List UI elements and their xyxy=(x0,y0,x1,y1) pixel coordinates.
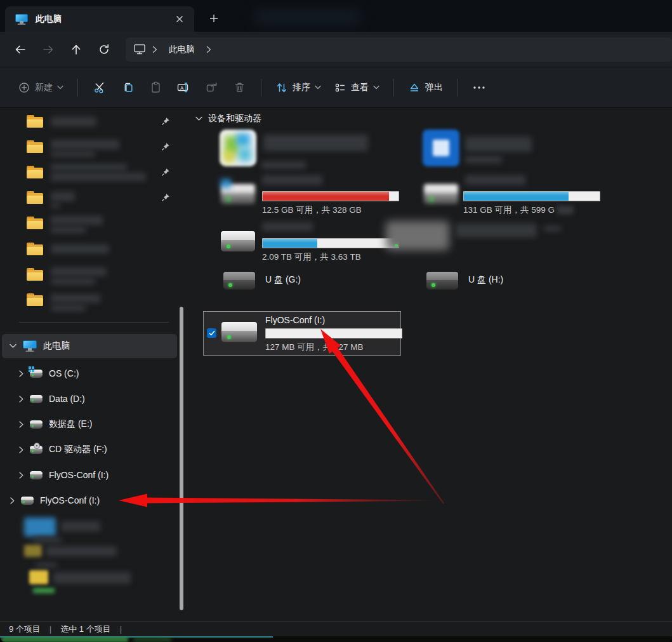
folder-item[interactable] xyxy=(0,211,179,236)
sidebar-item-os-c[interactable]: OS (C:) xyxy=(0,361,179,386)
blurred-drive-name xyxy=(543,226,561,231)
blurred-folder-name xyxy=(51,305,86,311)
sidebar-scrollbar-thumb[interactable] xyxy=(180,307,183,610)
pinned-folder-item[interactable] xyxy=(0,109,179,135)
chevron-down-icon xyxy=(10,344,16,349)
address-bar[interactable]: 此电脑 xyxy=(126,37,672,62)
drive-capacity-caption: 12.5 GB 可用，共 328 GB xyxy=(262,204,362,216)
delete-button[interactable] xyxy=(225,75,253,100)
folder-icon xyxy=(27,268,43,281)
drive-capacity-caption: 2.09 TB 可用，共 3.63 TB xyxy=(262,251,361,263)
hard-drive-icon xyxy=(30,471,43,479)
folder-item[interactable] xyxy=(0,237,179,262)
cut-button[interactable] xyxy=(86,75,114,100)
status-bar: 9 个项目 | 选中 1 个项目 | xyxy=(0,621,672,636)
arrow-left-icon xyxy=(14,43,27,56)
item-count: 9 个项目 xyxy=(9,624,41,635)
blurred-folder-icon xyxy=(24,545,42,557)
sidebar-item-this-pc[interactable]: 此电脑 xyxy=(2,334,177,358)
chevron-right-icon xyxy=(19,370,23,377)
folder-item[interactable] xyxy=(0,262,179,288)
drive-item-flyos-selected[interactable]: FlyOS-Conf (I:) 127 MB 可用，共 127 MB xyxy=(203,311,401,356)
pinned-folder-item[interactable] xyxy=(0,135,179,160)
paste-button[interactable] xyxy=(142,75,169,100)
share-icon xyxy=(205,81,218,94)
blurred-folder-icon xyxy=(29,570,48,584)
chevron-right-icon xyxy=(19,421,23,428)
blurred-drive-name xyxy=(262,175,322,185)
more-button[interactable] xyxy=(465,75,493,100)
sidebar-item-cd-f[interactable]: CD 驱动器 (F:) xyxy=(0,437,179,462)
plus-icon xyxy=(209,14,218,23)
sidebar-item-flyos-root[interactable]: FlyOS-Conf (I:) xyxy=(0,488,179,513)
monitor-icon xyxy=(15,14,28,25)
arrow-right-icon xyxy=(42,43,55,56)
blurred-folder-name xyxy=(51,267,107,276)
pinned-folder-item[interactable] xyxy=(0,185,179,211)
capacity-bar xyxy=(265,328,402,338)
rename-button[interactable]: A xyxy=(169,75,197,100)
capacity-bar xyxy=(262,191,399,201)
forward-button[interactable] xyxy=(34,37,62,62)
blurred-item-name xyxy=(261,161,306,169)
selection-checkbox[interactable] xyxy=(207,328,216,338)
hard-drive-icon xyxy=(221,322,257,342)
section-devices-and-drives[interactable]: 设备和驱动器 xyxy=(195,113,261,124)
status-separator: | xyxy=(120,624,122,634)
breadcrumb-this-pc[interactable]: 此电脑 xyxy=(164,42,200,57)
drive-label: OS (C:) xyxy=(49,368,79,378)
os-drive-icon xyxy=(30,370,43,378)
tab-close-button[interactable] xyxy=(171,11,188,27)
share-button[interactable] xyxy=(197,75,225,100)
sidebar-item-data-e[interactable]: 数据盘 (E:) xyxy=(0,411,179,437)
drive-capacity-caption: 127 MB 可用，共 127 MB xyxy=(265,342,364,353)
drive-name: U 盘 (H:) xyxy=(468,274,503,286)
svg-text:A: A xyxy=(180,85,184,91)
this-pc-label: 此电脑 xyxy=(43,340,70,352)
chevron-right-icon xyxy=(19,396,23,403)
sort-arrows-icon xyxy=(275,81,288,94)
tab-this-pc[interactable]: 此电脑 xyxy=(5,6,194,32)
blurred-item-icon[interactable] xyxy=(423,130,459,166)
folder-icon xyxy=(27,191,43,204)
folder-item[interactable] xyxy=(0,288,179,313)
folder-icon xyxy=(27,293,43,306)
chevron-right-icon xyxy=(206,46,211,53)
blurred-folder-name xyxy=(51,151,95,157)
blurred-folder-name xyxy=(51,140,119,149)
refresh-button[interactable] xyxy=(90,37,118,62)
folder-icon xyxy=(27,140,43,153)
selection-count: 选中 1 个项目 xyxy=(60,624,110,635)
toolbar-divider xyxy=(393,79,394,97)
capacity-bar-fill xyxy=(263,239,317,248)
pinned-folder-item[interactable] xyxy=(0,160,179,185)
blurred-drive-icon xyxy=(424,184,458,204)
blurred-item-name xyxy=(465,137,532,152)
copy-button[interactable] xyxy=(114,75,142,100)
sort-button[interactable]: 排序 xyxy=(269,74,327,101)
navigation-sidebar: 此电脑 OS (C:) Data (D:) 数据盘 (E:) C xyxy=(0,108,179,621)
pin-icon xyxy=(161,117,170,128)
up-button[interactable] xyxy=(62,37,90,62)
chevron-down-icon xyxy=(195,116,202,121)
blurred-folder-name xyxy=(51,203,60,208)
list-view-icon xyxy=(334,81,346,94)
blurred-folder-name xyxy=(51,192,75,201)
new-button[interactable]: 新建 xyxy=(11,74,70,101)
view-button[interactable]: 查看 xyxy=(327,74,386,101)
drive-name: FlyOS-Conf (I:) xyxy=(265,315,325,325)
blurred-item-icon[interactable] xyxy=(220,130,256,166)
section-label: 设备和驱动器 xyxy=(208,113,261,124)
blurred-item-name xyxy=(263,135,368,151)
pin-icon xyxy=(161,168,170,179)
chevron-right-icon xyxy=(152,46,157,53)
chevron-down-icon xyxy=(373,85,379,90)
new-tab-button[interactable] xyxy=(204,9,223,28)
blurred-sidebar-label xyxy=(61,521,100,532)
sidebar-item-data-d[interactable]: Data (D:) xyxy=(0,386,179,411)
sidebar-item-flyos-child[interactable]: FlyOS-Conf (I:) xyxy=(0,462,179,488)
folder-icon xyxy=(27,166,43,178)
back-button[interactable] xyxy=(6,37,34,62)
chevron-down-icon xyxy=(315,85,321,90)
eject-button[interactable]: 弹出 xyxy=(402,74,449,101)
